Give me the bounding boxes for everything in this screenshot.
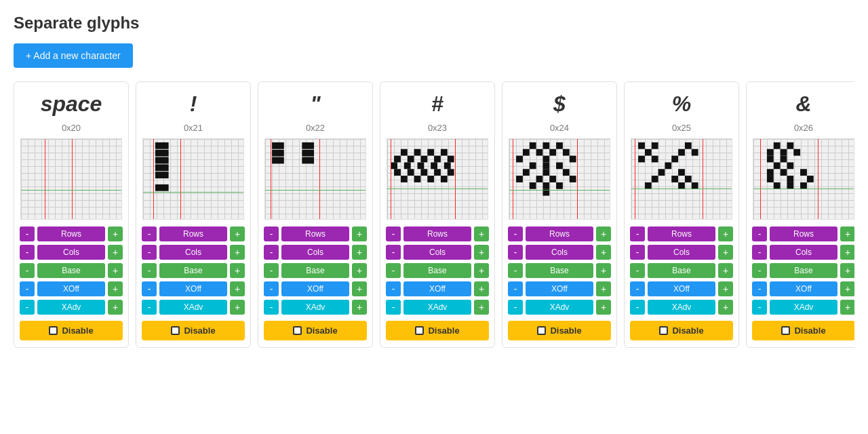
base-minus-btn[interactable]: - <box>630 263 645 278</box>
cols-plus-btn[interactable]: + <box>596 245 611 260</box>
cols-plus-btn[interactable]: + <box>230 245 245 260</box>
disable-checkbox-percent <box>659 326 668 335</box>
rows-plus-btn[interactable]: + <box>230 226 245 241</box>
glyph-preview-exclamation[interactable] <box>142 138 244 220</box>
base-minus-btn[interactable]: - <box>20 263 35 278</box>
rows-label: Rows <box>648 226 715 241</box>
xoff-minus-btn[interactable]: - <box>508 281 523 296</box>
disable-button-exclamation[interactable]: Disable <box>142 321 245 340</box>
glyph-preview-hash[interactable] <box>387 138 488 220</box>
cols-minus-btn[interactable]: - <box>752 245 767 260</box>
xadv-minus-btn[interactable]: - <box>752 300 767 315</box>
base-minus-btn[interactable]: - <box>142 263 157 278</box>
glyph-preview-ampersand[interactable] <box>753 138 854 220</box>
cols-plus-btn[interactable]: + <box>352 245 367 260</box>
xoff-minus-btn[interactable]: - <box>386 281 401 296</box>
rows-plus-btn[interactable]: + <box>108 226 123 241</box>
xadv-minus-btn[interactable]: - <box>508 300 523 315</box>
xadv-minus-btn[interactable]: - <box>20 300 35 315</box>
disable-button-hash[interactable]: Disable <box>386 321 489 340</box>
xoff-plus-btn[interactable]: + <box>474 281 489 296</box>
xoff-minus-btn[interactable]: - <box>264 281 279 296</box>
xoff-plus-btn[interactable]: + <box>840 281 854 296</box>
glyph-preview-dollar[interactable] <box>509 138 610 220</box>
xadv-plus-btn[interactable]: + <box>474 300 489 315</box>
base-plus-btn[interactable]: + <box>718 263 733 278</box>
svg-rect-30 <box>448 169 454 176</box>
rows-minus-btn[interactable]: - <box>630 226 645 241</box>
svg-rect-37 <box>556 142 563 149</box>
rows-plus-btn[interactable]: + <box>840 226 854 241</box>
xoff-minus-btn[interactable]: - <box>20 281 35 296</box>
cols-label: Cols <box>526 245 593 260</box>
base-plus-btn[interactable]: + <box>352 263 367 278</box>
svg-rect-44 <box>570 156 576 163</box>
xoff-plus-btn[interactable]: + <box>108 281 123 296</box>
rows-plus-btn[interactable]: + <box>596 226 611 241</box>
cols-plus-btn[interactable]: + <box>474 245 489 260</box>
xadv-minus-btn[interactable]: - <box>264 300 279 315</box>
xoff-plus-btn[interactable]: + <box>718 281 733 296</box>
xadv-plus-btn[interactable]: + <box>596 300 611 315</box>
base-plus-btn[interactable]: + <box>230 263 245 278</box>
cols-minus-btn[interactable]: - <box>142 245 157 260</box>
xoff-plus-btn[interactable]: + <box>230 281 245 296</box>
cols-plus-btn[interactable]: + <box>108 245 123 260</box>
cols-plus-btn[interactable]: + <box>718 245 733 260</box>
xadv-minus-btn[interactable]: - <box>630 300 645 315</box>
base-minus-btn[interactable]: - <box>752 263 767 278</box>
disable-button-quote[interactable]: Disable <box>264 321 367 340</box>
xoff-plus-btn[interactable]: + <box>596 281 611 296</box>
svg-rect-42 <box>516 156 523 163</box>
rows-plus-btn[interactable]: + <box>474 226 489 241</box>
rows-minus-btn[interactable]: - <box>386 226 401 241</box>
xoff-plus-btn[interactable]: + <box>352 281 367 296</box>
cols-plus-btn[interactable]: + <box>840 245 854 260</box>
rows-minus-btn[interactable]: - <box>142 226 157 241</box>
base-plus-btn[interactable]: + <box>108 263 123 278</box>
rows-minus-btn[interactable]: - <box>264 226 279 241</box>
cols-minus-btn[interactable]: - <box>630 245 645 260</box>
disable-button-ampersand[interactable]: Disable <box>752 321 854 340</box>
base-plus-btn[interactable]: + <box>474 263 489 278</box>
glyph-preview-quote[interactable] <box>264 138 366 220</box>
disable-button-dollar[interactable]: Disable <box>508 321 611 340</box>
disable-checkbox-hash <box>415 326 424 335</box>
xadv-plus-btn[interactable]: + <box>840 300 854 315</box>
base-plus-btn[interactable]: + <box>840 263 854 278</box>
cols-minus-btn[interactable]: - <box>386 245 401 260</box>
svg-rect-25 <box>444 162 451 169</box>
xadv-plus-btn[interactable]: + <box>230 300 245 315</box>
base-plus-btn[interactable]: + <box>596 263 611 278</box>
xoff-minus-btn[interactable]: - <box>142 281 157 296</box>
add-character-button[interactable]: + Add a new character <box>14 43 133 68</box>
xadv-label: XAdv <box>281 300 349 315</box>
glyph-preview-percent[interactable] <box>631 138 732 220</box>
xadv-minus-btn[interactable]: - <box>386 300 401 315</box>
disable-checkbox-quote <box>293 326 302 335</box>
rows-plus-btn[interactable]: + <box>718 226 733 241</box>
rows-minus-btn[interactable]: - <box>752 226 767 241</box>
svg-rect-55 <box>530 182 536 189</box>
rows-minus-btn[interactable]: - <box>508 226 523 241</box>
xadv-minus-btn[interactable]: - <box>142 300 157 315</box>
svg-rect-16 <box>394 156 401 163</box>
xadv-plus-btn[interactable]: + <box>718 300 733 315</box>
disable-button-space[interactable]: Disable <box>20 321 123 340</box>
disable-button-percent[interactable]: Disable <box>630 321 733 340</box>
base-minus-btn[interactable]: - <box>386 263 401 278</box>
cols-minus-btn[interactable]: - <box>508 245 523 260</box>
base-minus-btn[interactable]: - <box>508 263 523 278</box>
cols-minus-btn[interactable]: - <box>264 245 279 260</box>
xoff-minus-btn[interactable]: - <box>630 281 645 296</box>
rows-minus-btn[interactable]: - <box>20 226 35 241</box>
rows-plus-btn[interactable]: + <box>352 226 367 241</box>
xadv-plus-btn[interactable]: + <box>108 300 123 315</box>
cols-minus-btn[interactable]: - <box>20 245 35 260</box>
xadv-plus-btn[interactable]: + <box>352 300 367 315</box>
xoff-minus-btn[interactable]: - <box>752 281 767 296</box>
svg-rect-5 <box>155 184 169 191</box>
glyph-preview-space[interactable] <box>20 138 122 220</box>
svg-rect-84 <box>781 156 787 163</box>
base-minus-btn[interactable]: - <box>264 263 279 278</box>
